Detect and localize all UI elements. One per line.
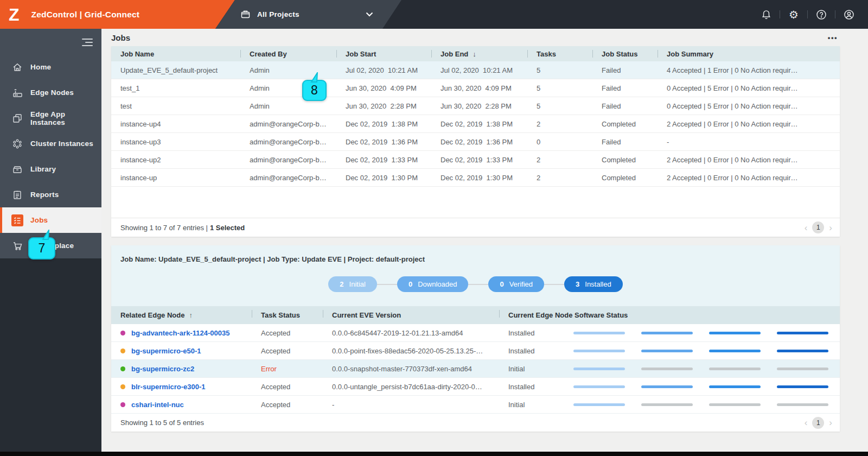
eve-version-cell: 0.0.0-point-fixes-88edac56-2020-05-25.13… (323, 347, 499, 355)
software-status-label: Initial (508, 401, 573, 409)
next-page-icon[interactable]: › (829, 418, 832, 427)
job-cell: 5 (527, 84, 592, 92)
edge-node-table-header: Related Edge Node↑Task StatusCurrent EVE… (111, 306, 840, 324)
progress-bar-segment (709, 385, 761, 388)
edge-node-cell: bg-supermicro-e50-1 (111, 347, 252, 355)
marker-badge-8: 8 (302, 80, 327, 101)
job-cell: Update_EVE_5_default-project (111, 66, 240, 74)
header-actions: ⚙ (756, 0, 859, 29)
edge-node-cell: bg-advantech-ark-1124-00035 (111, 329, 252, 337)
job-row-test[interactable]: testAdminJun 30, 2020 2:28 PMJun 30, 202… (111, 97, 840, 115)
divider (780, 10, 780, 18)
job-cell: 5 (527, 66, 592, 74)
status-pill-verified: 0Verified (488, 276, 544, 292)
edge-app-instances-icon (11, 112, 24, 125)
job-cell: Dec 02, 2019 1:38 PM (431, 120, 527, 128)
job-cell: 5 (527, 102, 592, 110)
edge-node-link[interactable]: blr-supermicro-e300-1 (131, 383, 206, 391)
sort-asc-icon: ↑ (189, 311, 193, 319)
progress-bar-segment (777, 403, 828, 406)
progress-bar-segment (573, 350, 625, 352)
software-status-cell: Initial (499, 401, 840, 409)
edge-node-link[interactable]: bg-advantech-ark-1124-00035 (131, 329, 229, 337)
pagination: ‹ 1 › (805, 221, 832, 233)
page-number[interactable]: 1 (812, 221, 824, 233)
task-status-cell: Accepted (252, 347, 323, 355)
job-cell: instance-up4 (111, 120, 240, 128)
job-row-instance-up[interactable]: instance-upadmin@orangeCorp-b…Dec 02, 20… (111, 169, 840, 187)
bell-icon[interactable] (756, 0, 776, 29)
software-status-label: Installed (508, 329, 573, 337)
eve-version-cell: 0.0.0-untangle_persist-b7dc61aa-dirty-20… (323, 383, 499, 391)
column-header-job-summary[interactable]: Job Summary (658, 46, 840, 61)
progress-bar-segment (777, 368, 828, 370)
gear-icon[interactable]: ⚙ (783, 0, 804, 29)
column-header-job-end[interactable]: Job End↓ (431, 46, 527, 61)
project-selector[interactable]: All Projects (215, 0, 401, 29)
job-cell: admin@orangeCorp-b… (240, 120, 336, 128)
column-header-current-edge-node-software-status[interactable]: Current Edge Node Software Status (499, 306, 840, 324)
status-dot (120, 349, 125, 353)
project-selector-label: All Projects (257, 10, 299, 18)
edge-node-link[interactable]: bg-supermicro-e50-1 (131, 347, 201, 355)
sort-desc-icon: ↓ (473, 50, 476, 58)
job-cell: Dec 02, 2019 1:30 PM (431, 174, 527, 182)
column-header-job-name[interactable]: Job Name (111, 46, 240, 61)
page-number[interactable]: 1 (812, 417, 824, 429)
job-cell: Completed (592, 174, 658, 182)
account-icon[interactable] (839, 0, 859, 29)
edge-node-row-bg-advantech-ark-1124-00035[interactable]: bg-advantech-ark-1124-00035Accepted0.0.0… (111, 324, 840, 342)
job-cell: 0 (527, 138, 592, 146)
sidebar-item-label: Reports (30, 191, 59, 199)
edge-node-link[interactable]: cshari-intel-nuc (131, 401, 184, 409)
edge-node-row-bg-supermicro-e50-1[interactable]: bg-supermicro-e50-1Accepted0.0.0-point-f… (111, 342, 840, 360)
jobs-table-footer: Showing 1 to 7 of 7 entries |1 Selected … (111, 218, 840, 237)
job-cell: 2 Accepted | 0 Error | 0 No Action requi… (658, 120, 840, 128)
help-icon[interactable] (811, 0, 832, 29)
column-header-tasks[interactable]: Tasks (527, 46, 592, 61)
job-row-update-eve-5-default-project[interactable]: Update_EVE_5_default-projectAdminJul 02,… (111, 61, 840, 79)
software-status-label: Installed (508, 383, 573, 391)
sidebar-item-library[interactable]: Library (0, 156, 101, 182)
sidebar-item-reports[interactable]: Reports (0, 182, 101, 207)
job-row-test-1[interactable]: test_1AdminJun 30, 2020 4:09 PMJun 30, 2… (111, 79, 840, 97)
next-page-icon[interactable]: › (829, 223, 832, 232)
software-status-cell: Installed (499, 329, 840, 337)
status-dot (120, 402, 125, 407)
column-header-job-status[interactable]: Job Status (592, 46, 658, 61)
sidebar-item-edge-nodes[interactable]: Edge Nodes (0, 80, 101, 105)
job-row-instance-up2[interactable]: instance-up2admin@orangeCorp-b…Dec 02, 2… (111, 151, 840, 169)
edge-node-row-blr-supermicro-e300-1[interactable]: blr-supermicro-e300-1Accepted0.0.0-untan… (111, 378, 840, 396)
column-header-job-start[interactable]: Job Start (336, 46, 431, 61)
column-header-task-status[interactable]: Task Status (252, 306, 323, 324)
progress-bar-segment (709, 332, 761, 334)
prev-page-icon[interactable]: ‹ (805, 418, 808, 427)
sidebar-item-cluster-instances[interactable]: Cluster Instances (0, 131, 101, 156)
job-cell: Jun 30, 2020 2:28 PM (431, 102, 527, 110)
job-row-instance-up3[interactable]: instance-up3admin@orangeCorp-b…Dec 02, 2… (111, 133, 840, 151)
sidebar-item-jobs[interactable]: Jobs (0, 207, 101, 233)
edge-node-link[interactable]: bg-supermicro-zc2 (131, 365, 194, 373)
column-header-related-edge-node[interactable]: Related Edge Node↑ (111, 306, 252, 324)
column-header-current-eve-version[interactable]: Current EVE Version (323, 306, 499, 324)
job-cell: Jun 30, 2020 4:09 PM (431, 84, 527, 92)
job-cell: Dec 02, 2019 1:33 PM (431, 156, 527, 164)
job-cell: Dec 02, 2019 1:36 PM (431, 138, 527, 146)
edge-node-row-cshari-intel-nuc[interactable]: cshari-intel-nucAccepted-Initial (111, 396, 840, 414)
top-header: Z ZedControl | Grid-Connect All Projects… (0, 0, 868, 29)
job-cell: test_1 (111, 84, 240, 92)
job-detail-title: Job Name: Update_EVE_5_default-project |… (111, 255, 840, 263)
more-actions-icon[interactable]: ••• (828, 34, 840, 42)
job-cell: admin@orangeCorp-b… (240, 138, 336, 146)
collapse-sidebar-icon[interactable] (81, 39, 93, 48)
home-icon (11, 61, 24, 74)
job-cell: Failed (592, 66, 658, 74)
sidebar-item-edge-app-instances[interactable]: Edge App Instances (0, 105, 101, 131)
sidebar-item-home[interactable]: Home (0, 54, 101, 80)
edge-node-row-bg-supermicro-zc2[interactable]: bg-supermicro-zc2Error0.0.0-snapshot-mas… (111, 360, 840, 378)
job-row-instance-up4[interactable]: instance-up4admin@orangeCorp-b…Dec 02, 2… (111, 115, 840, 133)
job-cell: Jul 02, 2020 10:21 AM (336, 66, 431, 74)
cluster-instances-icon (11, 137, 24, 150)
prev-page-icon[interactable]: ‹ (805, 223, 808, 232)
column-header-created-by[interactable]: Created By (240, 46, 336, 61)
